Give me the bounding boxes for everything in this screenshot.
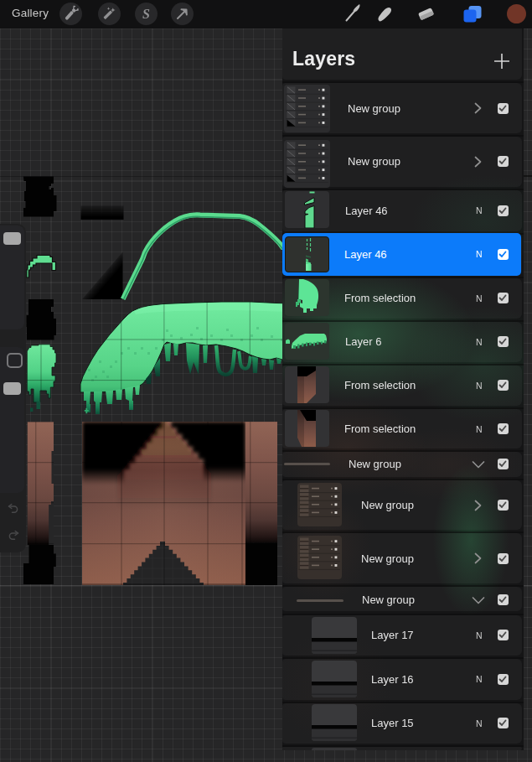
svg-text:S: S [142, 7, 150, 21]
